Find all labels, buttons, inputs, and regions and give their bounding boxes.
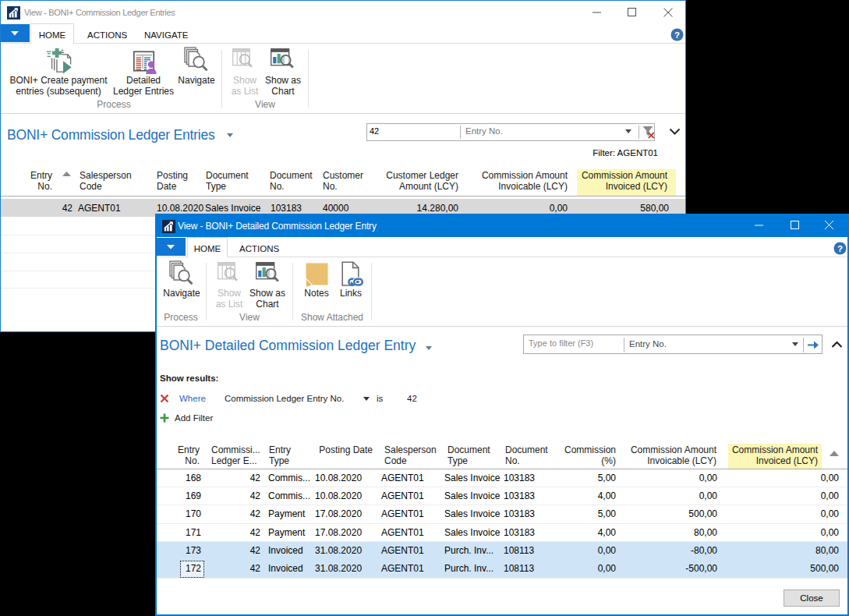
svg-text:?: ? [674, 30, 680, 40]
svg-text:?: ? [837, 244, 843, 253]
